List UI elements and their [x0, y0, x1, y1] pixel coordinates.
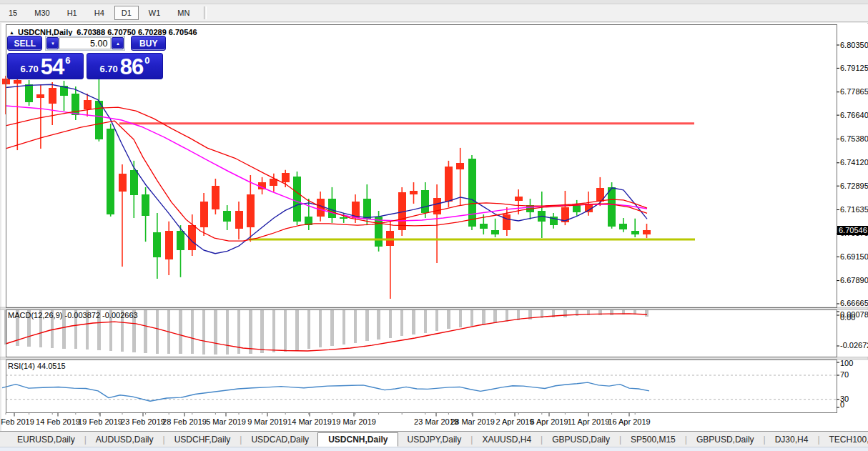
one-click-trade-panel: SELL ▼ 5.00 ▲ BUY 6.70546 6.70860 — [7, 36, 166, 79]
chart-tab-usdcad-3[interactable]: USDCAD,Daily — [242, 433, 317, 446]
collapse-triangle-icon[interactable]: ▲ — [9, 30, 14, 35]
sell-price-sup: 6 — [65, 55, 70, 66]
price-axis-label: 6.79125 — [840, 64, 868, 72]
price-axis-label: 6.74120 — [840, 158, 868, 167]
timeframe-button-15[interactable]: 15 — [1, 6, 24, 20]
buy-price-display[interactable]: 6.70860 — [87, 53, 163, 79]
price-axis-label: 6.72895 — [840, 182, 868, 190]
timeframe-toolbar: 15M30H1H4D1W1MN — [0, 4, 868, 22]
chart-tab-gbpusd-9[interactable]: GBPUSD,Daily — [688, 433, 763, 446]
macd-axis-label: -0.026721 — [840, 341, 868, 350]
volume-decrease-button[interactable]: ▼ — [46, 37, 59, 49]
price-axis-label: 6.76640 — [840, 111, 868, 119]
date-axis-label: 16 Apr 2019 — [604, 417, 654, 426]
date-axis-label: 14 Mar 2019 — [285, 417, 335, 426]
price-axis-label: 6.66665 — [840, 299, 868, 307]
current-price-tag: 6.70546 — [837, 226, 868, 235]
price-axis-label: 6.80350 — [840, 41, 868, 49]
buy-price-sup: 0 — [144, 55, 149, 66]
chart-tab-usdcnh-active[interactable]: USDCNH,Daily — [317, 432, 398, 447]
chart-tab-gbpusd-7[interactable]: GBPUSD,Daily — [543, 433, 618, 446]
timeframe-button-h4[interactable]: H4 — [87, 6, 112, 20]
rsi-axis-label: 0 — [840, 400, 844, 409]
rsi-axis-label: 70 — [840, 370, 849, 379]
status-bar — [0, 447, 868, 451]
chevron-down-icon: ▼ — [51, 41, 55, 46]
chart-tab-usdjpy-5[interactable]: USDJPY,Daily — [398, 433, 470, 446]
toolbar-separator — [204, 6, 207, 19]
sell-price-big: 54 — [41, 58, 64, 76]
date-axis-label: 19 Mar 2019 — [329, 417, 379, 426]
timeframe-button-h1[interactable]: H1 — [60, 6, 84, 20]
timeframe-button-w1[interactable]: W1 — [142, 6, 168, 20]
volume-increase-button[interactable]: ▲ — [112, 37, 124, 49]
timeframe-button-d1[interactable]: D1 — [114, 6, 139, 20]
chart-tab-usdchf-2[interactable]: USDCHF,Daily — [166, 433, 240, 446]
chart-tab-dj30-10[interactable]: DJ30,H4 — [766, 433, 817, 446]
timeframe-button-mn[interactable]: MN — [170, 6, 197, 20]
rsi-axis-label: 100 — [840, 359, 853, 367]
macd-indicator-label: MACD(12,26,9) -0.003872 -0.002663 — [8, 311, 138, 319]
chart-tab-sp500-8[interactable]: SP500,M15 — [622, 433, 684, 446]
price-axis-label: 6.75380 — [840, 134, 868, 143]
buy-price-prefix: 6.70 — [99, 64, 117, 74]
volume-input[interactable]: 5.00 — [59, 37, 111, 49]
sell-price-display[interactable]: 6.70546 — [7, 53, 84, 79]
chevron-up-icon: ▲ — [116, 41, 120, 46]
price-axis-label: 6.71635 — [840, 205, 868, 214]
chart-tab-bar: EURUSD,Daily|AUDUSD,Daily|USDCHF,Daily|U… — [0, 431, 868, 447]
trading-terminal: 15M30H1H4D1W1MN ▲USDCNH,Daily6.70388 6.7… — [0, 0, 868, 451]
price-axis-label: 6.67890 — [840, 276, 868, 284]
chart-tab-audusd-1[interactable]: AUDUSD,Daily — [87, 433, 162, 446]
buy-button[interactable]: BUY — [131, 36, 166, 51]
price-axis-label: 6.77865 — [840, 87, 868, 96]
rsi-indicator-label: RSI(14) 44.0515 — [8, 362, 66, 370]
chart-window — [1, 23, 868, 432]
price-axis-label: 6.69150 — [840, 252, 868, 261]
macd-axis-label: 0.00 — [840, 313, 855, 322]
volume-spinner: ▼ 5.00 ▲ — [45, 36, 125, 51]
sell-button[interactable]: SELL — [7, 36, 42, 51]
chart-tab-eurusd-0[interactable]: EURUSD,Daily — [9, 433, 84, 446]
chart-tab-tech100-11[interactable]: TECH100,H1 — [821, 433, 868, 446]
buy-price-big: 86 — [120, 58, 143, 76]
timeframe-button-m30[interactable]: M30 — [27, 6, 56, 20]
chart-tab-xauusd-6[interactable]: XAUUSD,H4 — [473, 433, 540, 446]
sell-price-prefix: 6.70 — [20, 64, 38, 74]
